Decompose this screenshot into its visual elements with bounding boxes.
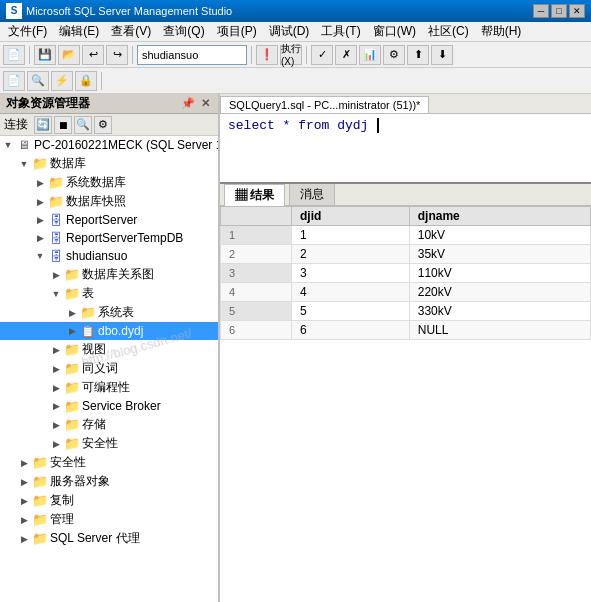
menu-item-e[interactable]: 编辑(E) [53, 21, 105, 42]
expand-icon-dbo_dydj[interactable]: ▶ [64, 323, 80, 339]
tb2-btn2[interactable]: 🔍 [27, 71, 49, 91]
minimize-button[interactable]: ─ [533, 4, 549, 18]
tree-item-shudiansuo[interactable]: ▼🗄shudiansuo [0, 247, 218, 265]
explorer-tb-btn1[interactable]: 🔄 [34, 116, 52, 134]
expand-icon-programmability[interactable]: ▶ [48, 380, 64, 396]
toolbar-btn-3[interactable]: 📊 [359, 45, 381, 65]
menu-item-d[interactable]: 调试(D) [263, 21, 316, 42]
expand-icon-diagrams[interactable]: ▶ [48, 267, 64, 283]
expand-icon-management[interactable]: ▶ [16, 512, 32, 528]
messages-tab[interactable]: 消息 [289, 184, 335, 206]
tree-item-views[interactable]: ▶📁视图 [0, 340, 218, 359]
toolbar-btn-2[interactable]: ✗ [335, 45, 357, 65]
save-btn[interactable]: 💾 [34, 45, 56, 65]
tree-item-security_top[interactable]: ▶📁安全性 [0, 453, 218, 472]
toolbar-btn-6[interactable]: ⬇ [431, 45, 453, 65]
tree-item-reportserver[interactable]: ▶🗄ReportServer [0, 211, 218, 229]
tree-item-management[interactable]: ▶📁管理 [0, 510, 218, 529]
tree-label-tables: 表 [82, 285, 94, 302]
execute-btn[interactable]: 执行(X) [280, 45, 302, 65]
object-explorer-title: 对象资源管理器 [6, 95, 90, 112]
close-button[interactable]: ✕ [569, 4, 585, 18]
expand-icon-synonyms[interactable]: ▶ [48, 361, 64, 377]
tb2-btn3[interactable]: ⚡ [51, 71, 73, 91]
expand-icon-service_broker[interactable]: ▶ [48, 398, 64, 414]
results-tab[interactable]: ▦ 结果 [224, 184, 285, 206]
query-tab[interactable]: SQLQuery1.sql - PC...ministrator (51))* [220, 96, 429, 113]
expand-icon-views[interactable]: ▶ [48, 342, 64, 358]
menu-item-t[interactable]: 工具(T) [315, 21, 366, 42]
open-btn[interactable]: 📂 [58, 45, 80, 65]
expand-icon-replication[interactable]: ▶ [16, 493, 32, 509]
tree-item-sysdb[interactable]: ▶📁系统数据库 [0, 173, 218, 192]
toolbar-btn-5[interactable]: ⬆ [407, 45, 429, 65]
expand-icon-server_obj[interactable]: ▶ [16, 474, 32, 490]
tree-item-reportservertempdb[interactable]: ▶🗄ReportServerTempDB [0, 229, 218, 247]
expand-icon-systables[interactable]: ▶ [64, 305, 80, 321]
tree-label-reportserver: ReportServer [66, 213, 137, 227]
expand-icon-tables[interactable]: ▼ [48, 286, 64, 302]
col-rownum [221, 207, 292, 226]
tree-item-databases[interactable]: ▼📁数据库 [0, 154, 218, 173]
expand-icon-dbsnap[interactable]: ▶ [32, 194, 48, 210]
tb2-btn1[interactable]: 📄 [3, 71, 25, 91]
tree-item-server[interactable]: ▼🖥PC-20160221MECK (SQL Server 10.50.1600… [0, 136, 218, 154]
tree-item-service_broker[interactable]: ▶📁Service Broker [0, 397, 218, 415]
menu-item-v[interactable]: 查看(V) [105, 21, 157, 42]
explorer-tb-btn4[interactable]: ⚙ [94, 116, 112, 134]
undo-btn[interactable]: ↩ [82, 45, 104, 65]
close-panel-button[interactable]: ✕ [199, 97, 212, 110]
expand-icon-shudiansuo[interactable]: ▼ [32, 248, 48, 264]
tree-item-storage[interactable]: ▶📁存储 [0, 415, 218, 434]
results-tab-bar: ▦ 结果 消息 [220, 184, 591, 206]
col-djid: djid [292, 207, 410, 226]
tree-item-dbo_dydj[interactable]: ▶📋dbo.dydj [0, 322, 218, 340]
tree-item-sql_agent[interactable]: ▶📁SQL Server 代理 [0, 529, 218, 548]
table-row: 2235kV [221, 245, 591, 264]
results-content: djid djname 1110kV2235kV33110kV44220kV55… [220, 206, 591, 602]
expand-icon-sysdb[interactable]: ▶ [32, 175, 48, 191]
expand-icon-security_top[interactable]: ▶ [16, 455, 32, 471]
tree-item-security_db[interactable]: ▶📁安全性 [0, 434, 218, 453]
cell-djid: 3 [292, 264, 410, 283]
tree-item-diagrams[interactable]: ▶📁数据库关系图 [0, 265, 218, 284]
pin-button[interactable]: 📌 [179, 97, 197, 110]
menu-item-f[interactable]: 文件(F) [2, 21, 53, 42]
menu-item-q[interactable]: 查询(Q) [157, 21, 210, 42]
new-query-btn[interactable]: 📄 [3, 45, 25, 65]
tree-icon-folder: 📁 [64, 436, 80, 452]
tb2-btn4[interactable]: 🔒 [75, 71, 97, 91]
redo-btn[interactable]: ↪ [106, 45, 128, 65]
server-input[interactable] [137, 45, 247, 65]
tree-label-management: 管理 [50, 511, 74, 528]
object-explorer: 对象资源管理器 📌 ✕ 连接 🔄 ⏹ 🔍 ⚙ ▼🖥PC-20160221MECK… [0, 94, 220, 602]
expand-icon-sql_agent[interactable]: ▶ [16, 531, 32, 547]
expand-icon-databases[interactable]: ▼ [16, 156, 32, 172]
explorer-tb-btn3[interactable]: 🔍 [74, 116, 92, 134]
tree-item-tables[interactable]: ▼📁表 [0, 284, 218, 303]
tree-item-programmability[interactable]: ▶📁可编程性 [0, 378, 218, 397]
toolbar-btn-4[interactable]: ⚙ [383, 45, 405, 65]
expand-icon-server[interactable]: ▼ [0, 137, 16, 153]
menu-item-w[interactable]: 窗口(W) [367, 21, 422, 42]
explorer-tb-btn2[interactable]: ⏹ [54, 116, 72, 134]
menu-item-h[interactable]: 帮助(H) [475, 21, 528, 42]
expand-icon-storage[interactable]: ▶ [48, 417, 64, 433]
expand-icon-reportservertempdb[interactable]: ▶ [32, 230, 48, 246]
expand-icon-security_db[interactable]: ▶ [48, 436, 64, 452]
table-header-row: djid djname [221, 207, 591, 226]
menu-item-c[interactable]: 社区(C) [422, 21, 475, 42]
tree-item-dbsnap[interactable]: ▶📁数据库快照 [0, 192, 218, 211]
row-number: 1 [221, 226, 292, 245]
expand-icon-reportserver[interactable]: ▶ [32, 212, 48, 228]
maximize-button[interactable]: □ [551, 4, 567, 18]
tree-item-replication[interactable]: ▶📁复制 [0, 491, 218, 510]
tree-item-server_obj[interactable]: ▶📁服务器对象 [0, 472, 218, 491]
menu-item-p[interactable]: 项目(P) [211, 21, 263, 42]
tree-item-systables[interactable]: ▶📁系统表 [0, 303, 218, 322]
results-tab-label: 结果 [250, 188, 274, 202]
tree-item-synonyms[interactable]: ▶📁同义词 [0, 359, 218, 378]
exclamation-btn[interactable]: ❗ [256, 45, 278, 65]
toolbar-btn-1[interactable]: ✓ [311, 45, 333, 65]
query-content[interactable]: select * from dydj [220, 114, 591, 182]
